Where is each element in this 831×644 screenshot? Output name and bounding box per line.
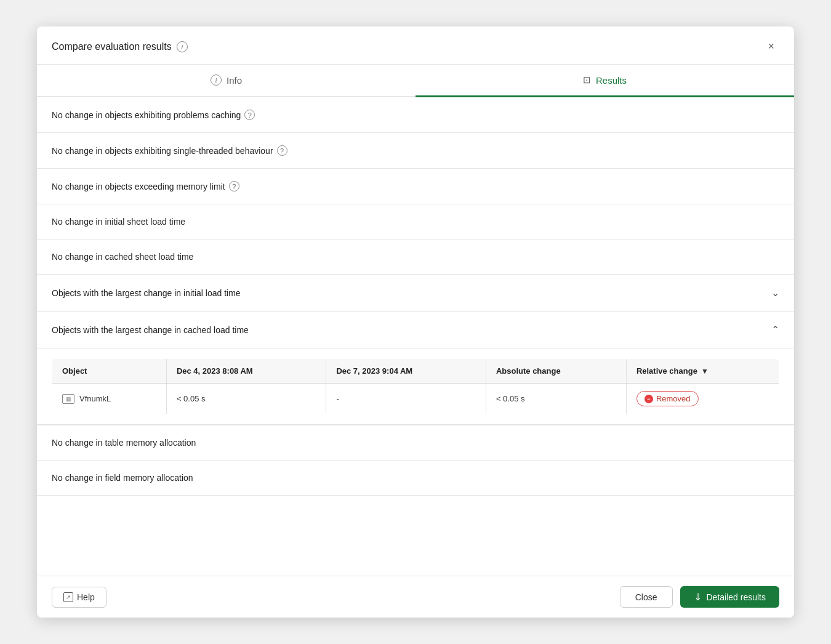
dialog-title: Compare evaluation results: [52, 41, 172, 52]
tabs-container: i Info ⊡ Results: [37, 65, 794, 97]
dialog-content: No change in objects exhibiting problems…: [37, 97, 794, 576]
largest-initial-chevron-icon: ⌄: [771, 287, 779, 299]
section-largest-cached-expanded: Objects with the largest change in cache…: [37, 312, 794, 425]
footer-right-buttons: Close ⇓ Detailed results: [620, 586, 779, 608]
table-row: VfnumkL < 0.05 s - < 0.05 s − Removed: [52, 384, 779, 414]
tab-info[interactable]: i Info: [37, 65, 416, 97]
tab-results[interactable]: ⊡ Results: [416, 65, 794, 97]
section-caching-left: No change in objects exhibiting problems…: [52, 110, 255, 120]
section-single-threaded-text: No change in objects exhibiting single-t…: [52, 146, 273, 156]
relative-sort-icon: ▼: [701, 367, 709, 376]
title-info-icon: i: [177, 41, 188, 52]
section-single-threaded: No change in objects exhibiting single-t…: [37, 133, 794, 169]
info-tab-icon: i: [211, 74, 222, 86]
section-initial-load: No change in initial sheet load time: [37, 204, 794, 239]
col-absolute: Absolute change: [486, 359, 626, 384]
section-largest-cached-text: Objects with the largest change in cache…: [52, 325, 249, 335]
table-header-row: Object Dec 4, 2023 8:08 AM Dec 7, 2023 9…: [52, 359, 779, 384]
object-chart-icon: [62, 394, 74, 404]
removed-badge-label: Removed: [656, 394, 691, 403]
dialog-close-button[interactable]: ×: [763, 38, 779, 55]
section-table-memory: No change in table memory allocation: [37, 425, 794, 461]
removed-badge: − Removed: [636, 391, 699, 406]
section-table-memory-text: No change in table memory allocation: [52, 438, 196, 448]
close-footer-button[interactable]: Close: [620, 586, 673, 608]
memory-limit-help-icon[interactable]: ?: [229, 181, 239, 191]
help-button-label: Help: [77, 592, 95, 602]
largest-cached-chevron-icon: ⌃: [771, 324, 779, 336]
col-date1: Dec 4, 2023 8:08 AM: [166, 359, 326, 384]
single-threaded-help-icon[interactable]: ?: [277, 145, 287, 156]
section-largest-initial-text: Objects with the largest change in initi…: [52, 288, 241, 298]
dialog-footer: ↗ Help Close ⇓ Detailed results: [37, 576, 794, 618]
compare-evaluation-dialog: Compare evaluation results i × i Info ⊡ …: [37, 26, 794, 618]
help-external-icon: ↗: [63, 592, 73, 602]
results-tab-icon: ⊡: [583, 74, 591, 86]
detailed-results-label: Detailed results: [707, 592, 766, 602]
section-cached-load-text: No change in cached sheet load time: [52, 252, 193, 262]
tab-info-label: Info: [227, 75, 242, 86]
download-icon: ⇓: [694, 591, 702, 603]
col-object: Object: [52, 359, 167, 384]
section-memory-limit: No change in objects exceeding memory li…: [37, 169, 794, 204]
detailed-results-button[interactable]: ⇓ Detailed results: [680, 586, 780, 608]
object-cell-content: VfnumkL: [62, 394, 156, 404]
section-caching-text: No change in objects exhibiting problems…: [52, 110, 241, 120]
tab-results-label: Results: [596, 75, 627, 86]
help-button[interactable]: ↗ Help: [52, 587, 106, 608]
dialog-title-area: Compare evaluation results i: [52, 41, 188, 52]
section-caching: No change in objects exhibiting problems…: [37, 97, 794, 133]
col-date2: Dec 7, 2023 9:04 AM: [326, 359, 486, 384]
cell-absolute: < 0.05 s: [486, 384, 626, 414]
section-initial-load-text: No change in initial sheet load time: [52, 217, 185, 227]
cell-date2: -: [326, 384, 486, 414]
section-memory-limit-left: No change in objects exceeding memory li…: [52, 181, 239, 191]
section-largest-cached-header[interactable]: Objects with the largest change in cache…: [37, 312, 794, 348]
col-relative[interactable]: Relative change ▼: [626, 359, 779, 384]
object-name: VfnumkL: [79, 394, 111, 403]
section-field-memory-text: No change in field memory allocation: [52, 473, 193, 483]
cell-relative: − Removed: [626, 384, 779, 414]
dialog-header: Compare evaluation results i ×: [37, 26, 794, 65]
section-cached-load: No change in cached sheet load time: [37, 239, 794, 275]
removed-dot-icon: −: [644, 395, 653, 403]
caching-help-icon[interactable]: ?: [244, 110, 255, 120]
cached-table-container: Object Dec 4, 2023 8:08 AM Dec 7, 2023 9…: [37, 348, 794, 425]
cell-date1: < 0.05 s: [166, 384, 326, 414]
section-field-memory: No change in field memory allocation: [37, 461, 794, 496]
cell-object: VfnumkL: [52, 384, 167, 414]
section-largest-initial[interactable]: Objects with the largest change in initi…: [37, 275, 794, 312]
section-memory-limit-text: No change in objects exceeding memory li…: [52, 182, 225, 191]
section-single-threaded-left: No change in objects exhibiting single-t…: [52, 145, 287, 156]
cached-load-table: Object Dec 4, 2023 8:08 AM Dec 7, 2023 9…: [52, 358, 779, 414]
